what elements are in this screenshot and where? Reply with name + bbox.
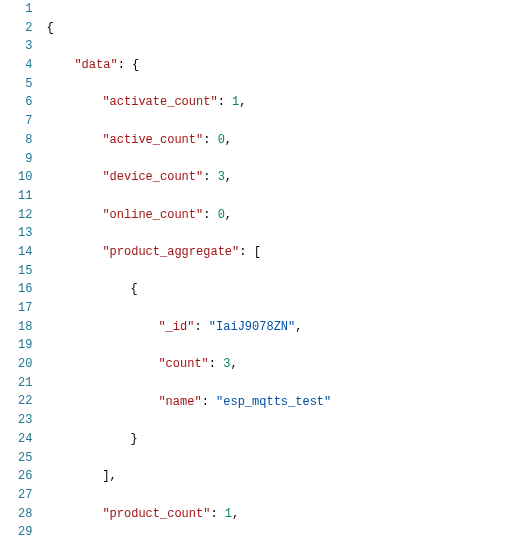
code-line: "device_count": 3, bbox=[46, 168, 522, 187]
line-number: 17 bbox=[18, 299, 32, 318]
code-line: "product_count": 1, bbox=[46, 505, 522, 524]
line-number: 8 bbox=[18, 131, 32, 150]
line-number: 12 bbox=[18, 206, 32, 225]
line-number: 21 bbox=[18, 374, 32, 393]
line-number: 23 bbox=[18, 411, 32, 430]
line-number: 16 bbox=[18, 280, 32, 299]
line-number-gutter: 1234567891011121314151617181920212223242… bbox=[0, 0, 42, 543]
line-number: 27 bbox=[18, 486, 32, 505]
line-number: 7 bbox=[18, 112, 32, 131]
code-line: "online_count": 0, bbox=[46, 206, 522, 225]
line-number: 19 bbox=[18, 336, 32, 355]
line-number: 5 bbox=[18, 75, 32, 94]
line-number: 9 bbox=[18, 150, 32, 169]
code-line: } bbox=[46, 430, 522, 449]
line-number: 29 bbox=[18, 523, 32, 542]
line-number: 15 bbox=[18, 262, 32, 281]
code-line: "active_count": 0, bbox=[46, 131, 522, 150]
code-line: "count": 3, bbox=[46, 355, 522, 374]
line-number: 6 bbox=[18, 93, 32, 112]
line-number: 18 bbox=[18, 318, 32, 337]
line-number: 22 bbox=[18, 392, 32, 411]
line-number: 20 bbox=[18, 355, 32, 374]
code-line: ], bbox=[46, 467, 522, 486]
line-number: 13 bbox=[18, 224, 32, 243]
line-number: 25 bbox=[18, 449, 32, 468]
line-number: 2 bbox=[18, 19, 32, 38]
line-number: 1 bbox=[18, 0, 32, 19]
line-number: 26 bbox=[18, 467, 32, 486]
line-number: 24 bbox=[18, 430, 32, 449]
line-number: 11 bbox=[18, 187, 32, 206]
line-number: 3 bbox=[18, 37, 32, 56]
code-line: { bbox=[46, 280, 522, 299]
code-line: "name": "esp_mqtts_test" bbox=[46, 393, 522, 412]
code-line: { bbox=[46, 19, 522, 38]
line-number: 4 bbox=[18, 56, 32, 75]
code-line: "product_aggregate": [ bbox=[46, 243, 522, 262]
code-content: { "data": { "activate_count": 1, "active… bbox=[42, 0, 522, 543]
line-number: 28 bbox=[18, 505, 32, 524]
line-number: 10 bbox=[18, 168, 32, 187]
code-line: "data": { bbox=[46, 56, 522, 75]
code-line: "activate_count": 1, bbox=[46, 93, 522, 112]
code-line: "_id": "IaiJ9078ZN", bbox=[46, 318, 522, 337]
line-number: 14 bbox=[18, 243, 32, 262]
